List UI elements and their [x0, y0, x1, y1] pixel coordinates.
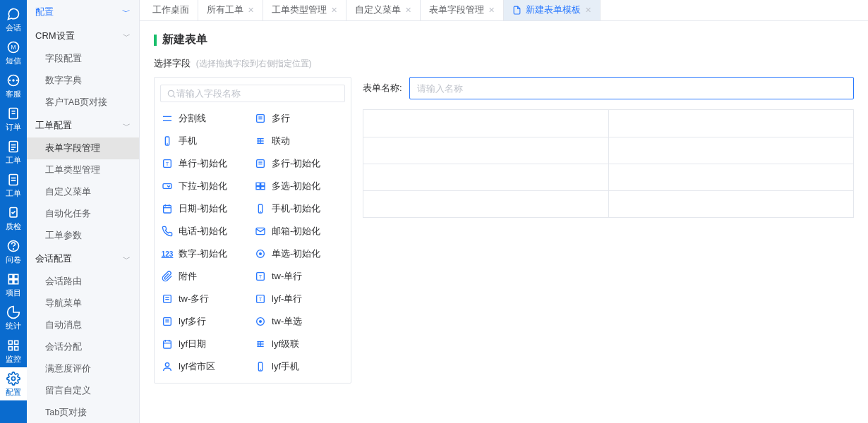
rail-label: 短信 — [6, 56, 21, 66]
form-grid-row[interactable] — [363, 137, 853, 164]
single-icon: T — [162, 158, 173, 169]
form-grid-row[interactable] — [363, 164, 853, 190]
field-item[interactable]: lyf级联 — [255, 338, 344, 350]
form-grid-cell[interactable] — [609, 191, 854, 217]
field-item[interactable]: Ttw-单行 — [255, 270, 344, 283]
sidebar-item[interactable]: 会话分配 — [27, 336, 139, 358]
link-icon — [255, 338, 266, 350]
field-item[interactable]: Tlyf-单行 — [255, 293, 344, 305]
tab[interactable]: 工单类型管理✕ — [263, 0, 346, 20]
field-item[interactable]: 分割线 — [162, 112, 251, 125]
rail-label: 工单 — [6, 155, 21, 166]
svg-text:T: T — [259, 274, 263, 280]
rail-item-stats[interactable]: 统计 — [0, 301, 27, 334]
sidebar-item[interactable]: 导航菜单 — [27, 293, 139, 314]
form-grid-dropzone[interactable] — [363, 109, 854, 218]
form-grid-cell[interactable] — [363, 164, 609, 190]
tab[interactable]: 自定义菜单✕ — [346, 0, 421, 20]
field-item[interactable]: 多行 — [255, 112, 344, 125]
sidebar-group[interactable]: 会话配置﹀ — [27, 247, 139, 271]
sidebar-item[interactable]: 自动化任务 — [27, 203, 139, 225]
form-name-input[interactable] — [409, 77, 854, 99]
field-search-input[interactable] — [176, 88, 339, 99]
field-search[interactable] — [160, 85, 345, 102]
field-item[interactable]: 下拉-初始化 — [162, 180, 251, 192]
field-item[interactable]: 电话-初始化 — [162, 225, 251, 238]
rail-item-qc[interactable]: 质检 — [0, 202, 27, 235]
sidebar-item[interactable]: 自定义菜单 — [27, 181, 139, 203]
rail-item-monitor[interactable]: 监控 — [0, 334, 27, 367]
form-grid-cell[interactable] — [363, 191, 609, 217]
form-grid-cell[interactable] — [363, 137, 609, 164]
tab[interactable]: 表单字段管理✕ — [421, 0, 504, 20]
rail-item-chat[interactable]: 会话 — [0, 3, 27, 36]
field-item[interactable]: 多行-初始化 — [255, 157, 344, 170]
sidebar-item[interactable]: 数字字典 — [27, 70, 139, 92]
field-item[interactable]: 单选-初始化 — [255, 247, 344, 260]
field-item[interactable]: lyf多行 — [162, 315, 251, 328]
rail-item-support[interactable]: 客服 — [0, 69, 27, 102]
field-item-label: lyf多行 — [179, 315, 206, 328]
svg-rect-26 — [15, 347, 18, 350]
tab[interactable]: 所有工单✕ — [198, 0, 263, 20]
form-grid-cell[interactable] — [609, 164, 854, 190]
svg-point-5 — [16, 80, 18, 82]
tab-label: 工作桌面 — [152, 4, 189, 16]
sidebar-item[interactable]: 会话路由 — [27, 271, 139, 293]
sidebar-item[interactable]: Tab页对接 — [27, 402, 139, 423]
form-grid-cell[interactable] — [363, 110, 609, 137]
form-grid-cell[interactable] — [609, 110, 854, 137]
field-item-label: 下拉-初始化 — [179, 180, 227, 192]
rail-item-sms[interactable]: M短信 — [0, 36, 27, 69]
tab[interactable]: 新建表单模板✕ — [504, 0, 601, 20]
multisel-icon — [255, 180, 266, 192]
field-item[interactable]: tw-单选 — [255, 315, 344, 328]
tab-label: 所有工单 — [207, 4, 243, 16]
sidebar-item[interactable]: 满意度评价 — [27, 358, 139, 380]
tab[interactable]: 工作桌面 — [144, 0, 198, 20]
rail-item-gear[interactable]: 配置 — [0, 367, 27, 400]
field-item[interactable]: 多选-初始化 — [255, 180, 344, 192]
field-item[interactable]: 日期-初始化 — [162, 202, 251, 215]
field-item-label: 日期-初始化 — [179, 202, 227, 215]
field-item[interactable]: 附件 — [162, 270, 251, 283]
rail-item-ticket[interactable]: 工单 — [0, 135, 27, 168]
form-design-zone: 表单名称: — [363, 77, 854, 218]
form-grid-row[interactable] — [363, 110, 853, 137]
field-item[interactable]: 联动 — [255, 135, 344, 147]
rail-item-project[interactable]: 项目 — [0, 268, 27, 301]
sidebar-item[interactable]: 留言自定义 — [27, 380, 139, 402]
sidebar-item[interactable]: 工单参数 — [27, 225, 139, 247]
rail-label: 问卷 — [6, 255, 21, 265]
sidebar-item[interactable]: 客户TAB页对接 — [27, 92, 139, 114]
field-item[interactable]: tw-多行 — [162, 293, 251, 305]
field-item-label: lyf级联 — [272, 338, 299, 350]
close-icon[interactable]: ✕ — [331, 6, 337, 15]
close-icon[interactable]: ✕ — [488, 6, 495, 15]
close-icon[interactable]: ✕ — [248, 6, 254, 15]
sidebar-item[interactable]: 表单字段管理 — [27, 137, 139, 159]
form-grid-row[interactable] — [363, 190, 853, 217]
rail-item-survey[interactable]: 问卷 — [0, 235, 27, 268]
sidebar-item[interactable]: 工单类型管理 — [27, 159, 139, 181]
field-item[interactable]: lyf手机 — [255, 360, 344, 373]
field-item-label: 分割线 — [179, 112, 206, 125]
close-icon[interactable]: ✕ — [585, 6, 591, 15]
sidebar-item[interactable]: 字段配置 — [27, 48, 139, 70]
form-grid-cell[interactable] — [609, 137, 854, 164]
rail-item-order[interactable]: 订单 — [0, 102, 27, 135]
field-item[interactable]: 手机-初始化 — [255, 202, 344, 215]
field-item[interactable]: lyf省市区 — [162, 360, 251, 373]
sidebar-item[interactable]: 自动消息 — [27, 314, 139, 336]
svg-point-72 — [259, 320, 262, 323]
sidebar-group[interactable]: 工单配置﹀ — [27, 114, 139, 137]
rail-item-ticket2[interactable]: 工单 — [0, 168, 27, 202]
sidebar-header[interactable]: 配置 ﹀ — [27, 0, 139, 24]
field-item[interactable]: 邮箱-初始化 — [255, 225, 344, 238]
field-item[interactable]: lyf日期 — [162, 338, 251, 350]
field-item[interactable]: T单行-初始化 — [162, 157, 251, 170]
field-item[interactable]: 123数字-初始化 — [162, 247, 251, 260]
sidebar-group[interactable]: CRM设置﹀ — [27, 24, 139, 48]
field-item[interactable]: 手机 — [162, 135, 251, 147]
close-icon[interactable]: ✕ — [405, 6, 411, 15]
